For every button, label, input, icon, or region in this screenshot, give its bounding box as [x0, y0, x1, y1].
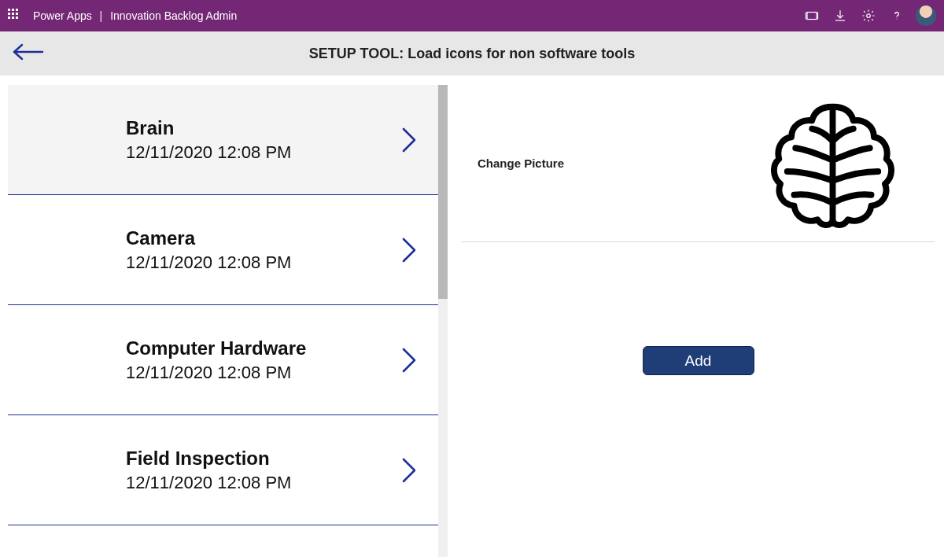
- add-button[interactable]: Add: [643, 346, 754, 375]
- chevron-right-icon: [400, 236, 420, 264]
- list-item-name: Camera: [126, 227, 400, 249]
- list-item-name: Brain: [126, 117, 400, 139]
- list-item-date: 12/11/2020 12:08 PM: [126, 142, 400, 163]
- list-item[interactable]: Computer Hardware12/11/2020 12:08 PM: [8, 305, 439, 415]
- content-area: Brain12/11/2020 12:08 PMCamera12/11/2020…: [0, 76, 944, 560]
- list-item-date: 12/11/2020 12:08 PM: [126, 363, 400, 383]
- list-item-name: Computer Hardware: [126, 337, 400, 359]
- avatar[interactable]: [916, 6, 936, 26]
- list-item-date: 12/11/2020 12:08 PM: [126, 252, 400, 273]
- svg-rect-0: [807, 13, 817, 20]
- chevron-right-icon: [400, 346, 420, 374]
- list-item[interactable]: Camera12/11/2020 12:08 PM: [8, 195, 439, 305]
- list-item[interactable]: Brain12/11/2020 12:08 PM: [8, 85, 439, 195]
- list-item[interactable]: Field Inspection12/11/2020 12:08 PM: [8, 415, 439, 525]
- gear-icon[interactable]: [854, 9, 883, 23]
- scrollbar-thumb[interactable]: [438, 85, 448, 299]
- app-name: Innovation Backlog Admin: [110, 9, 237, 22]
- chevron-right-icon: [400, 126, 420, 154]
- tool-list-wrap: Brain12/11/2020 12:08 PMCamera12/11/2020…: [0, 76, 452, 560]
- tool-list: Brain12/11/2020 12:08 PMCamera12/11/2020…: [8, 85, 439, 560]
- title-divider: |: [97, 9, 105, 22]
- change-picture-row[interactable]: Change Picture: [462, 85, 935, 242]
- fit-screen-icon[interactable]: [798, 9, 826, 23]
- page-banner: SETUP TOOL: Load icons for non software …: [0, 31, 944, 76]
- chevron-right-icon: [400, 456, 420, 484]
- help-icon[interactable]: [883, 9, 911, 23]
- product-name: Power Apps: [33, 9, 92, 22]
- list-item-name: Field Inspection: [126, 448, 400, 470]
- change-picture-label: Change Picture: [462, 157, 564, 170]
- back-arrow-icon[interactable]: [11, 42, 44, 64]
- download-icon[interactable]: [826, 9, 854, 23]
- waffle-icon[interactable]: [8, 9, 22, 23]
- brain-icon: [761, 93, 903, 234]
- list-item-date: 12/11/2020 12:08 PM: [126, 473, 400, 493]
- detail-pane: Change Picture Add: [452, 76, 944, 560]
- svg-point-5: [867, 14, 871, 18]
- page-title: SETUP TOOL: Load icons for non software …: [0, 46, 944, 62]
- app-topbar: Power Apps | Innovation Backlog Admin: [0, 0, 944, 31]
- scrollbar-track[interactable]: [438, 85, 448, 557]
